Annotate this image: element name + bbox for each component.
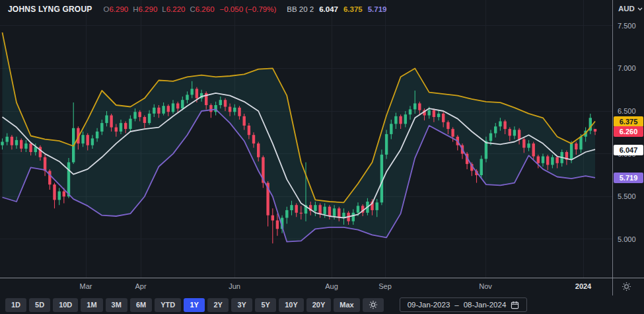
price-tick: 5.000 (618, 235, 636, 243)
symbol-name[interactable]: JOHNS LYNG GROUP (8, 5, 92, 14)
indicator-value: 6.047 (319, 5, 338, 13)
price-tick: 6.500 (618, 107, 636, 115)
chart-canvas[interactable] (0, 0, 612, 278)
gear-icon (369, 300, 378, 309)
quote-value: 6.290 (139, 5, 158, 13)
chart-settings-button[interactable] (363, 298, 384, 312)
range-button-1d[interactable]: 1D (5, 298, 26, 312)
bollinger-fill (3, 32, 596, 242)
range-button-5d[interactable]: 5D (29, 298, 50, 312)
price-tick: 5.500 (618, 192, 636, 200)
range-button-10y[interactable]: 10Y (279, 298, 304, 312)
indicator-value: 5.719 (368, 5, 387, 13)
chevron-down-icon (637, 7, 643, 11)
range-button-5y[interactable]: 5Y (255, 298, 276, 312)
time-axis-label: Aug (325, 282, 338, 290)
price-badge: 6.375 (614, 116, 643, 127)
candlestick-chart (0, 0, 612, 278)
range-button-3y[interactable]: 3Y (231, 298, 252, 312)
price-tick: 7.500 (618, 22, 636, 30)
range-button-1y[interactable]: 1Y (184, 298, 205, 312)
time-axis-label: Mar (80, 282, 92, 290)
range-button-20y[interactable]: 20Y (306, 298, 332, 312)
range-button-2y[interactable]: 2Y (207, 298, 229, 312)
date-range-start: 09-Jan-2023 (408, 301, 450, 309)
time-axis-label: Apr (135, 282, 146, 290)
price-badge: 6.047 (614, 145, 643, 155)
range-button-max[interactable]: Max (334, 298, 359, 312)
time-axis-label: Jun (229, 282, 240, 290)
price-badge: 6.260 (614, 126, 643, 137)
ohlc-quote: O6.290H6.290L6.220C6.260 (98, 5, 214, 13)
indicator-values: 6.0476.3755.719 (314, 5, 386, 13)
indicator-label[interactable]: BB 20 2 (287, 5, 314, 13)
time-axis-label: 2024 (575, 282, 591, 290)
currency-label: AUD (618, 5, 635, 13)
range-button-group: 1D5D10D1M3M6MYTD1Y2Y3Y5Y10Y20YMax (5, 298, 360, 312)
range-button-ytd[interactable]: YTD (155, 298, 181, 312)
range-button-3m[interactable]: 3M (106, 298, 127, 312)
axis-settings-gear-icon[interactable] (622, 282, 631, 292)
price-axis[interactable]: AUD 7.5007.0006.5006.0005.5005.000 6.375… (612, 0, 644, 295)
currency-selector[interactable]: AUD (618, 5, 643, 13)
trading-chart-app: JOHNS LYNG GROUP O6.290H6.290L6.220C6.26… (0, 0, 644, 314)
time-axis-label: Nov (479, 282, 492, 290)
quote-value: 6.260 (196, 5, 215, 13)
price-badge: 5.719 (614, 173, 643, 183)
time-axis[interactable]: MarAprJunAugSepNov2024 (0, 278, 644, 295)
indicator-value: 6.375 (343, 5, 363, 13)
calendar-icon (511, 301, 519, 309)
quote-label: H (133, 5, 138, 13)
date-range-separator: – (454, 301, 458, 309)
quote-label: C (190, 5, 195, 13)
date-range-picker[interactable]: 09-Jan-2023 – 08-Jan-2024 (400, 297, 528, 312)
time-axis-label: Sep (378, 282, 392, 290)
chart-legend: JOHNS LYNG GROUP O6.290H6.290L6.220C6.26… (8, 5, 387, 14)
range-button-10d[interactable]: 10D (53, 298, 78, 312)
axis-corner-divider (612, 278, 613, 296)
bottom-toolbar: 1D5D10D1M3M6MYTD1Y2Y3Y5Y10Y20YMax 09-Jan… (0, 295, 644, 314)
quote-value: 6.220 (166, 5, 186, 13)
price-tick: 7.000 (618, 64, 636, 72)
range-button-6m[interactable]: 6M (130, 298, 152, 312)
quote-value: 6.290 (109, 5, 128, 13)
price-change: −0.050 (−0.79%) (220, 5, 277, 13)
range-button-1m[interactable]: 1M (81, 298, 102, 312)
date-range-end: 08-Jan-2024 (464, 301, 507, 309)
